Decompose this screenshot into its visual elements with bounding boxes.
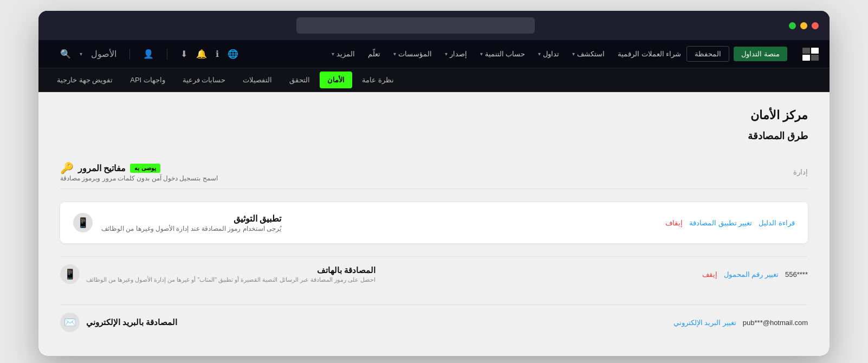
nav-link-trade[interactable]: تداول ▾ [533,47,565,61]
okx-logo-icon [802,48,819,61]
assets-link[interactable]: الأصول [91,49,116,59]
change-email-link[interactable]: تغيير البريد الإلكتروني [673,319,736,327]
subnav-security[interactable]: الأمان [320,72,352,88]
passkeys-icon: 🔑 [60,161,74,174]
browser-window: منصة التداول المحفظة شراء العملات الرقمي… [38,11,830,356]
chevron-down-icon: ▾ [538,51,541,57]
user-icon[interactable]: 👤 [143,49,154,59]
address-bar[interactable] [296,17,535,34]
traffic-lights [789,22,819,29]
change-auth-app-link[interactable]: تغيير تطبيق المصادقة [689,219,752,227]
nav-divider [167,49,167,60]
email-auth-info: المصادقة بالبريد الإلكتروني ✉️ [60,313,177,332]
phone-auth-row: 556**** تغيير رقم المحمول إيقف المصادقة … [60,256,808,291]
trade-button[interactable]: منصة التداول [734,47,787,61]
disable-auth-app-link[interactable]: إيقاف [665,219,683,227]
site-logo[interactable] [802,48,819,61]
subnav-api[interactable]: واجهات API [122,72,173,88]
passkeys-left: إدارة [793,168,808,176]
auth-methods-title: طرق المصادقة [60,130,808,142]
auth-app-links: قراءة الدليل تغيير تطبيق المصادقة إيقاف [665,219,795,227]
nav-divider-2 [129,49,130,60]
phone-value: 556**** [785,270,808,278]
passkeys-right: يوصى به مفاتيح المرور 🔑 اسمح بتسجيل دخول… [60,161,218,182]
subnav-details[interactable]: التفصيلات [235,72,280,88]
phone-icon: 📱 [60,264,80,284]
nav-link-institutions[interactable]: المؤسسات ▾ [388,47,437,61]
phone-auth-info: المصادقة بالهاتف احصل على رموز المصادقة … [60,264,375,284]
nav-link-explore[interactable]: استكشف ▾ [567,47,610,61]
bell-icon[interactable]: 🔔 [196,49,207,59]
chevron-down-icon: ▾ [480,51,483,57]
subnav-overview[interactable]: نظرة عامة [354,72,401,88]
auth-card-info: تطبيق التوثيق يُرجى استخدام رموز المصادق… [73,213,281,232]
main-navbar: منصة التداول المحفظة شراء العملات الرقمي… [38,40,830,68]
auth-card-actions: قراءة الدليل تغيير تطبيق المصادقة إيقاف [665,219,795,227]
subnav-verify[interactable]: التحقق [282,72,318,88]
email-icon: ✉️ [60,313,80,332]
nav-icons-group: 🌐 ℹ 🔔 ⬇ 👤 الأصول ▾ 🔍 [60,49,238,60]
change-phone-link[interactable]: تغيير رقم المحمول [724,270,779,278]
phone-auth-title: المصادقة بالهاتف [86,265,375,275]
maximize-button[interactable] [789,22,796,29]
email-value: pub***@hotmail.com [743,319,808,327]
info-icon[interactable]: ℹ [216,49,219,59]
email-auth-row: pub***@hotmail.com تغيير البريد الإلكترو… [60,304,808,340]
sub-navbar: نظرة عامة الأمان التحقق التفصيلات حسابات… [38,68,830,92]
recommended-badge: يوصى به [130,164,160,173]
browser-chrome [38,11,830,40]
platform-button[interactable]: المحفظة [686,46,729,62]
subnav-subaccounts[interactable]: حسابات فرعية [175,72,234,88]
email-auth-actions: pub***@hotmail.com تغيير البريد الإلكترو… [673,319,808,327]
chevron-down-icon: ▾ [445,51,448,57]
nav-links: شراء العملات الرقمية استكشف ▾ تداول ▾ حس… [326,47,687,61]
minimize-button[interactable] [800,22,807,29]
nav-link-learn[interactable]: تعلّم [362,47,386,61]
nav-link-buy[interactable]: شراء العملات الرقمية [612,47,686,61]
read-guide-link[interactable]: قراءة الدليل [759,219,795,227]
chevron-down-icon: ▾ [80,51,82,57]
nav-link-more[interactable]: المزيد ▾ [326,47,360,61]
passkeys-row: إدارة يوصى به مفاتيح المرور 🔑 اسمح بتسجي… [60,155,808,189]
auth-app-card: قراءة الدليل تغيير تطبيق المصادقة إيقاف … [60,202,808,243]
manage-passkeys-link[interactable]: إدارة [793,168,808,176]
auth-app-icon: 📱 [73,213,93,232]
phone-auth-description: احصل على رموز المصادقة عبر الرسائل النصي… [86,276,375,283]
chevron-down-icon: ▾ [572,51,575,57]
disable-phone-link[interactable]: إيقف [702,270,717,278]
nav-link-issue[interactable]: إصدار ▾ [439,47,472,61]
search-icon[interactable]: 🔍 [60,49,71,59]
passkeys-description: اسمح بتسجيل دخول آمن بدون كلمات مرور وبر… [60,174,218,182]
nav-link-dev[interactable]: حساب التنمية ▾ [475,47,531,61]
close-button[interactable] [812,22,819,29]
main-content: مركز الأمان طرق المصادقة إدارة يوصى به م… [38,92,830,356]
chevron-down-icon: ▾ [332,51,334,57]
download-icon[interactable]: ⬇ [180,49,187,59]
page-title: مركز الأمان [60,108,808,122]
nav-action-buttons: منصة التداول المحفظة [686,46,787,62]
globe-icon[interactable]: 🌐 [228,49,238,59]
passkeys-title: مفاتيح المرور [78,163,126,173]
phone-auth-actions: 556**** تغيير رقم المحمول إيقف [702,270,808,278]
auth-app-description: يُرجى استخدام رموز المصادقة عند إدارة ال… [101,225,281,232]
subnav-delegate[interactable]: تفويض جهة خارجية [49,72,120,88]
chevron-down-icon: ▾ [393,51,396,57]
security-center-container: مركز الأمان طرق المصادقة إدارة يوصى به م… [60,108,808,340]
email-auth-title: المصادقة بالبريد الإلكتروني [86,317,177,327]
auth-app-title: تطبيق التوثيق [101,213,281,224]
